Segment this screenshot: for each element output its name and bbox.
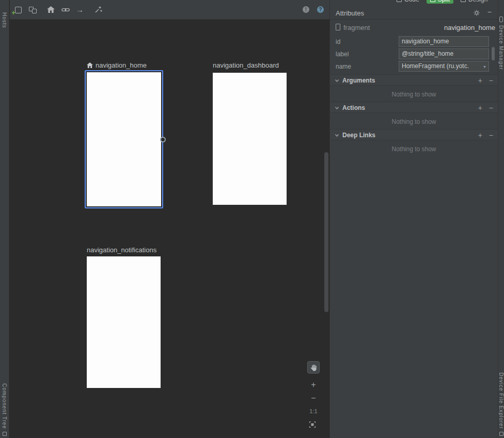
chevron-down-icon — [335, 106, 339, 110]
name-field-label: name — [336, 63, 351, 70]
plus-badge-icon: + — [12, 9, 15, 17]
assign-start-destination-button[interactable] — [46, 5, 55, 14]
label-input[interactable]: @string/title_home — [399, 48, 489, 59]
new-destination-icon: + — [14, 6, 22, 14]
canvas-scrollbar-thumb[interactable] — [324, 152, 328, 312]
device-file-explorer-icon — [499, 432, 503, 436]
left-tool-stripe: Hosts Component Tree — [0, 0, 9, 438]
id-field-label: id — [336, 38, 340, 45]
panel-scrollbar-thumb[interactable] — [492, 47, 495, 60]
fragment-home-card[interactable] — [85, 70, 163, 208]
zoom-in-button[interactable]: + — [308, 381, 319, 388]
add-action-button[interactable]: + — [478, 104, 482, 112]
hand-icon — [310, 364, 317, 371]
split-view-icon — [430, 0, 435, 2]
id-input[interactable]: navigation_home — [399, 36, 489, 47]
chevron-down-icon — [335, 78, 339, 83]
auto-arrange-button[interactable] — [94, 5, 103, 14]
tab-split[interactable]: Split — [427, 0, 453, 4]
selected-element-row: fragment navigation_home — [330, 23, 498, 31]
code-view-icon — [397, 0, 402, 2]
warnings-button[interactable]: ! — [302, 5, 310, 14]
nav-editor-toolbar: + → ! ? — [10, 0, 329, 20]
tab-design-label: Design — [468, 0, 487, 3]
device-manager-icon — [499, 17, 503, 22]
element-id-value: navigation_home — [444, 24, 495, 31]
hide-panel-button[interactable]: − — [487, 8, 492, 16]
fragment-home-header: navigation_home — [87, 61, 147, 69]
error-icon: ! — [303, 6, 309, 13]
help-icon: ? — [317, 6, 324, 13]
deep-links-empty-text: Nothing to show — [330, 145, 498, 153]
fragment-notifications-header: navigation_notifications — [87, 246, 156, 254]
actions-empty-text: Nothing to show — [330, 118, 498, 125]
label-field-row: label @string/title_home — [330, 48, 498, 59]
tab-design[interactable]: Design — [461, 0, 487, 3]
fragment-dashboard-header: navigation_dashboard — [213, 61, 279, 69]
id-field-row: id navigation_home — [330, 36, 498, 47]
section-title: Arguments — [342, 77, 375, 84]
add-action-button[interactable]: → — [75, 5, 84, 14]
fragment-home-preview — [87, 72, 161, 206]
name-field-row: name HomeFragment (ru.yotc. ▼ — [330, 61, 498, 72]
fragment-label: navigation_home — [96, 61, 147, 69]
chevron-down-icon — [335, 133, 339, 138]
deep-link-button[interactable] — [61, 5, 70, 14]
zoom-to-fit-button[interactable] — [309, 421, 316, 430]
design-surface[interactable]: navigation_home navigation_dashboard nav… — [10, 20, 329, 438]
action-handle[interactable] — [160, 137, 166, 142]
element-type-label: fragment — [343, 24, 370, 31]
zoom-reset-button[interactable]: 1:1 — [308, 408, 319, 414]
nested-graph-button[interactable] — [28, 5, 37, 14]
fit-screen-icon — [309, 421, 316, 428]
device-manager-label: Device Manager — [498, 25, 504, 70]
home-icon — [87, 62, 93, 68]
design-view-icon — [461, 0, 466, 2]
fragment-dashboard-card[interactable] — [213, 73, 287, 205]
fragment-label: navigation_dashboard — [213, 61, 279, 69]
tool-window-hosts[interactable]: Hosts — [0, 12, 9, 28]
help-button[interactable]: ? — [316, 5, 325, 14]
add-deep-link-button[interactable]: + — [478, 131, 482, 139]
arguments-section-header[interactable]: Arguments + − — [330, 74, 498, 86]
fragment-icon — [336, 24, 340, 30]
actions-section-header[interactable]: Actions + − — [330, 102, 498, 113]
home-icon — [47, 6, 55, 13]
component-tree-label: Component Tree — [2, 383, 7, 429]
tab-code[interactable]: Code — [397, 0, 419, 3]
arguments-empty-text: Nothing to show — [330, 91, 498, 98]
pan-button[interactable] — [307, 361, 320, 374]
right-tool-stripe: Device Manager Device File Explorer — [498, 0, 504, 438]
nested-graph-icon — [28, 6, 37, 14]
name-dropdown-value: HomeFragment (ru.yotc. — [402, 62, 469, 70]
deep-links-section-header[interactable]: Deep Links + − — [330, 129, 498, 140]
hosts-label: Hosts — [2, 12, 7, 28]
remove-argument-button[interactable]: − — [489, 76, 493, 85]
action-arrow-icon: → — [76, 6, 84, 13]
device-file-explorer-label: Device File Explorer — [498, 372, 504, 429]
tool-window-device-manager[interactable]: Device Manager — [498, 17, 504, 70]
remove-deep-link-button[interactable]: − — [489, 131, 493, 139]
fragment-label: navigation_notifications — [87, 246, 156, 254]
dropdown-arrow-icon: ▼ — [483, 61, 486, 72]
editor-mode-switcher: Code Split Design — [397, 0, 499, 5]
tool-window-device-file-explorer[interactable]: Device File Explorer — [498, 372, 504, 436]
fragment-notifications-card[interactable] — [87, 256, 161, 388]
section-title: Deep Links — [342, 132, 375, 139]
component-tree-icon — [3, 432, 7, 436]
add-argument-button[interactable]: + — [478, 76, 482, 85]
link-icon — [61, 6, 70, 14]
remove-action-button[interactable]: − — [489, 104, 493, 112]
magic-wand-icon — [94, 6, 102, 13]
tool-window-component-tree[interactable]: Component Tree — [0, 383, 9, 436]
attributes-title: Attributes — [336, 9, 364, 17]
gear-icon[interactable] — [473, 9, 480, 19]
new-destination-button[interactable]: + — [13, 5, 22, 14]
zoom-out-button[interactable]: − — [308, 395, 319, 402]
tab-split-label: Split — [438, 0, 450, 3]
attributes-panel: Attributes − fragment navigation_home id… — [329, 0, 498, 438]
tab-code-label: Code — [404, 0, 419, 3]
label-field-label: label — [336, 51, 349, 58]
section-title: Actions — [342, 104, 365, 111]
name-dropdown[interactable]: HomeFragment (ru.yotc. ▼ — [399, 61, 489, 72]
